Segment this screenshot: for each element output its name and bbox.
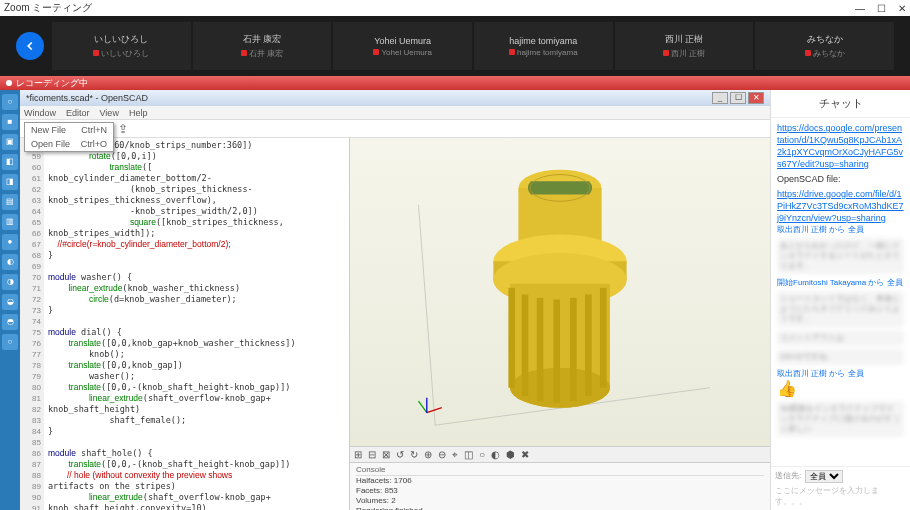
close-button[interactable]: ✕ <box>898 3 906 14</box>
svg-rect-12 <box>585 294 592 396</box>
svg-line-15 <box>418 401 426 413</box>
svg-rect-8 <box>522 294 529 396</box>
taskbar[interactable]: ○■▣◧◨▤▥●◐◑◒◓○ <box>0 90 20 510</box>
send-to-select[interactable]: 全員 <box>805 470 843 483</box>
menu-window[interactable]: Window <box>24 108 56 118</box>
chat-input[interactable]: ここにメッセージを入力します。。。 <box>775 485 906 507</box>
console: Console Halfacets: 1706 Facets: 853 Volu… <box>350 462 770 510</box>
chat-link[interactable]: https://drive.google.com/file/d/1PiHkZ7V… <box>777 188 904 224</box>
openscad-title: *ficoments.scad* - OpenSCAD <box>26 93 148 103</box>
svg-rect-13 <box>600 288 607 388</box>
participant[interactable]: Yohei UemuraYohei Uemura <box>333 22 472 70</box>
max-button[interactable]: ☐ <box>877 3 886 14</box>
thumbs-up-icon: 👍 <box>777 379 904 398</box>
vp-tool[interactable]: ⊞ <box>354 449 362 460</box>
svg-rect-7 <box>508 288 515 388</box>
os-min[interactable]: _ <box>712 92 728 104</box>
recording-bar: レコーディング中 <box>0 76 910 90</box>
participant[interactable]: hajime tomiyamahajime tomiyama <box>474 22 613 70</box>
menu-help[interactable]: Help <box>129 108 148 118</box>
svg-line-1 <box>418 205 435 426</box>
participant[interactable]: いしいひろしいしいひろし <box>52 22 191 70</box>
window-title: Zoom ミーティング <box>4 1 92 15</box>
participant[interactable]: みちなかみちなか <box>755 22 894 70</box>
min-button[interactable]: — <box>855 3 865 14</box>
chat-text: OpenSCAD file: <box>777 174 904 184</box>
code-editor[interactable]: for(i=[0:360/knob_strips_number:360]) ro… <box>44 138 349 510</box>
back-button[interactable] <box>16 32 44 60</box>
participant[interactable]: 西川 正樹西川 正樹 <box>615 22 754 70</box>
menu-view[interactable]: View <box>100 108 119 118</box>
toolbar[interactable]: ⇤ ⇥ ◻ ▷ ⧉ ✉ ⇪ <box>20 120 770 138</box>
os-max[interactable]: ☐ <box>730 92 746 104</box>
svg-rect-11 <box>570 298 577 401</box>
participant[interactable]: 石井 康宏石井 康宏 <box>193 22 332 70</box>
chat-title: チャット <box>771 90 910 118</box>
export-icon[interactable]: ⇪ <box>118 122 128 136</box>
menu-editor[interactable]: Editor <box>66 108 90 118</box>
svg-rect-9 <box>537 298 544 401</box>
3d-viewport[interactable]: ⊞⊟⊠ ↺↻⊕⊖ ⌖◫○◐ ⬢✖ Console Halfacets: 1706… <box>350 138 770 510</box>
file-menu-popup[interactable]: New FileCtrl+N Open FileCtrl+O <box>24 122 114 152</box>
chat-link[interactable]: https://docs.google.com/presentation/d/1… <box>777 122 904 170</box>
svg-rect-10 <box>553 299 560 402</box>
os-close[interactable]: ✕ <box>748 92 764 104</box>
